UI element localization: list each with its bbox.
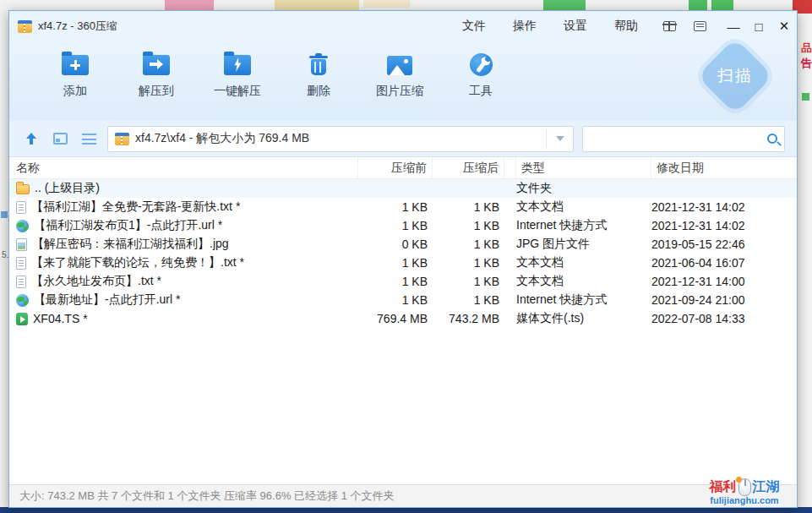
file-list-panel: 名称 压缩前 压缩后 类型 修改日期 .. (上级目录) 文件夹 【福利江湖】全…: [9, 156, 797, 484]
feedback-button[interactable]: [687, 15, 712, 37]
desktop-fragment: [802, 93, 809, 101]
watermark-logo: 福利 江湖 fulijianghu.com: [704, 478, 785, 505]
desktop-fragment: [543, 0, 586, 10]
table-row[interactable]: XF04.TS * 769.4 MB 743.2 MB 媒体文件(.ts) 20…: [9, 309, 797, 328]
jpg-image-icon: [16, 238, 27, 251]
desktop-fragment: [711, 0, 733, 10]
desktop-text-fragment: 告: [801, 56, 812, 71]
up-arrow-icon: [25, 133, 37, 145]
desktop-fragment: [275, 0, 359, 10]
feedback-icon: [694, 21, 706, 31]
image-compress-button[interactable]: 图片压缩: [359, 48, 440, 99]
table-row[interactable]: .. (上级目录) 文件夹: [9, 179, 797, 198]
desktop-fragment: [363, 0, 410, 8]
search-input[interactable]: [590, 132, 767, 145]
table-row[interactable]: 【福利江湖发布页1】-点此打开.url * 1 KB 1 KB Internet…: [9, 216, 797, 235]
column-header-date[interactable]: 修改日期: [651, 157, 797, 178]
column-header-name[interactable]: 名称: [9, 157, 358, 178]
list-view-button[interactable]: [79, 128, 99, 149]
gift-button[interactable]: [657, 15, 682, 37]
address-bar: xf4.7z\xf4 - 解包大小为 769.4 MB: [9, 121, 797, 156]
current-path: xf4.7z\xf4 - 解包大小为 769.4 MB: [135, 131, 540, 146]
delete-trash-icon: [302, 48, 335, 80]
text-file-icon: [16, 276, 26, 288]
add-button[interactable]: 添加: [35, 48, 116, 99]
thumbnail-view-icon: [53, 133, 68, 145]
table-row[interactable]: 【解压密码：来福利江湖找福利】.jpg 0 KB 1 KB JPG 图片文件 2…: [9, 235, 797, 254]
menubar: 文件 操作 设置 帮助: [449, 12, 651, 41]
one-click-extract-button[interactable]: 一键解压: [197, 48, 278, 99]
close-button[interactable]: ✕: [771, 14, 797, 39]
thumbnail-view-button[interactable]: [50, 128, 70, 149]
desktop-text-fragment: 品: [801, 41, 812, 56]
media-file-icon: [16, 313, 28, 325]
menu-settings[interactable]: 设置: [550, 12, 601, 41]
add-archive-icon: [59, 48, 91, 80]
maximize-button[interactable]: □: [746, 14, 771, 39]
url-shortcut-icon: [16, 294, 29, 307]
watermark-brand-left: 福利: [710, 478, 737, 496]
search-box: [582, 126, 785, 152]
menu-file[interactable]: 文件: [449, 12, 499, 41]
column-header-type[interactable]: 类型: [516, 157, 651, 178]
url-shortcut-icon: [16, 220, 29, 232]
one-click-extract-icon: [221, 48, 253, 80]
column-header-size-after[interactable]: 压缩后: [433, 157, 504, 178]
column-spacer: [504, 157, 516, 178]
window-controls: — □ ✕: [721, 14, 797, 39]
table-row[interactable]: 【来了就能下载的论坛，纯免费！】.txt * 1 KB 1 KB 文本文档 20…: [9, 254, 797, 272]
tools-button[interactable]: 工具: [440, 48, 521, 99]
menu-help[interactable]: 帮助: [601, 12, 651, 41]
archive-icon: [115, 133, 129, 145]
table-row[interactable]: 【永久地址发布页】.txt * 1 KB 1 KB 文本文档 2021-12-3…: [9, 272, 797, 291]
app-icon: [18, 20, 32, 33]
path-combobox[interactable]: xf4.7z\xf4 - 解包大小为 769.4 MB: [107, 126, 574, 152]
scan-badge[interactable]: 扫描: [702, 43, 768, 109]
desktop-taskbar-edge: [0, 507, 812, 513]
list-header: 名称 压缩前 压缩后 类型 修改日期: [9, 157, 797, 179]
desktop-fragment: [165, 0, 214, 10]
menu-action[interactable]: 操作: [499, 12, 550, 41]
scan-badge-label: 扫描: [702, 43, 768, 109]
desktop-fragment: [689, 0, 707, 10]
window-title: xf4.7z - 360压缩: [38, 19, 117, 34]
chevron-down-icon[interactable]: [556, 136, 564, 141]
table-row[interactable]: 【福利江湖】全免费-无套路-更新快.txt * 1 KB 1 KB 文本文档 2…: [9, 198, 797, 216]
mouse-icon: [738, 478, 751, 496]
combo-separator: [546, 130, 547, 147]
watermark-domain: fulijianghu.com: [704, 495, 785, 505]
search-icon[interactable]: [767, 134, 777, 144]
titlebar[interactable]: xf4.7z - 360压缩 文件 操作 设置 帮助 — □ ✕: [9, 11, 797, 41]
column-header-size-before[interactable]: 压缩前: [358, 157, 433, 178]
delete-button[interactable]: 删除: [278, 48, 359, 99]
extract-to-icon: [140, 48, 172, 80]
status-bar: 大小: 743.2 MB 共 7 个文件和 1 个文件夹 压缩率 96.6% 已…: [9, 484, 797, 507]
list-view-icon: [82, 134, 96, 145]
gift-icon: [663, 21, 676, 31]
app-window: xf4.7z - 360压缩 文件 操作 设置 帮助 — □ ✕ 添加 解压到 …: [8, 10, 798, 508]
extract-to-button[interactable]: 解压到: [116, 48, 197, 99]
image-compress-icon: [384, 48, 416, 80]
desktop-fragment: [1, 211, 8, 218]
up-directory-button[interactable]: [21, 128, 41, 149]
watermark-brand-right: 江湖: [753, 478, 780, 496]
text-file-icon: [16, 201, 26, 214]
parent-folder-icon: [16, 184, 30, 194]
text-file-icon: [16, 257, 26, 270]
toolbar: 添加 解压到 一键解压 删除 图片压缩 工具 扫描: [9, 41, 797, 121]
table-row[interactable]: 【最新地址】-点此打开.url * 1 KB 1 KB Internet 快捷方…: [9, 291, 797, 309]
minimize-button[interactable]: —: [721, 14, 746, 39]
status-text: 大小: 743.2 MB 共 7 个文件和 1 个文件夹 压缩率 96.6% 已…: [19, 488, 395, 504]
tools-wrench-icon: [465, 48, 497, 80]
